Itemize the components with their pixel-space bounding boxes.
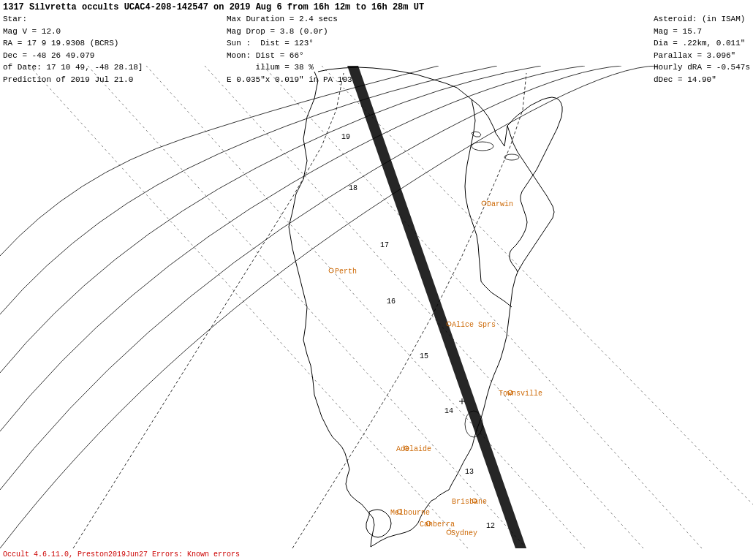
islands: [472, 132, 519, 160]
asteroid-dia: Dia = .22km, 0.011": [654, 37, 750, 50]
ra: RA = 17 9 19.9308 (BCRS): [3, 37, 143, 50]
townsville-label: Townsville: [499, 390, 542, 398]
svg-line-7: [29, 66, 468, 548]
footer: Occult 4.6.11.0, Preston2019Jun27 Errors…: [3, 550, 240, 559]
time-label-14: 14: [444, 407, 453, 415]
limit-lines: [73, 73, 526, 548]
moon-dist: Moon: Dist = 66°: [227, 50, 352, 62]
time-label-18: 18: [349, 184, 357, 192]
dec: Dec = -48 26 49.079: [3, 50, 143, 62]
alice-springs-label: Alice Sprs: [452, 321, 496, 329]
parallax: Parallax = 3.096": [654, 50, 750, 62]
sun-info: Sun : Dist = 123°: [227, 37, 352, 50]
map-svg: Darwin Perth Alice Sprs Townsville Adela…: [0, 66, 753, 548]
title-line: 1317 Silvretta occults UCAC4-208-142547 …: [3, 1, 750, 14]
main-container: 1317 Silvretta occults UCAC4-208-142547 …: [0, 0, 753, 560]
time-label-15: 15: [420, 352, 428, 360]
time-label-12: 12: [486, 522, 495, 530]
canberra-label: Canberra: [420, 521, 455, 529]
perth-label: Perth: [335, 268, 357, 276]
svg-point-1: [504, 154, 519, 160]
asteroid-label: Asteroid: (in ISAM): [654, 13, 750, 26]
adelaide-label: Adelaide: [396, 445, 431, 453]
svg-line-3: [205, 66, 643, 548]
max-duration: Max Duration = 2.4 secs: [227, 13, 352, 26]
time-label-16: 16: [387, 298, 396, 306]
brisbane-label: Brisbane: [452, 498, 487, 506]
time-label-17: 17: [380, 241, 389, 249]
svg-line-5: [322, 66, 753, 504]
svg-line-2: [146, 66, 585, 548]
star-label: Star:: [3, 13, 143, 26]
darwin-label: Darwin: [487, 200, 513, 208]
melbourne-label: Melbourne: [390, 509, 430, 517]
sydney-label: Sydney: [451, 529, 477, 537]
perth-dot: [329, 268, 333, 273]
mag-drop: Mag Drop = 3.8 (0.0r): [227, 26, 352, 38]
mag-v: Mag V = 12.0: [3, 26, 143, 38]
time-label-13: 13: [465, 468, 474, 476]
asteroid-mag: Mag = 15.7: [654, 26, 750, 38]
map-area: Darwin Perth Alice Sprs Townsville Adela…: [0, 66, 753, 548]
time-label-19: 19: [341, 133, 350, 141]
time-zone-lines: [29, 66, 753, 548]
